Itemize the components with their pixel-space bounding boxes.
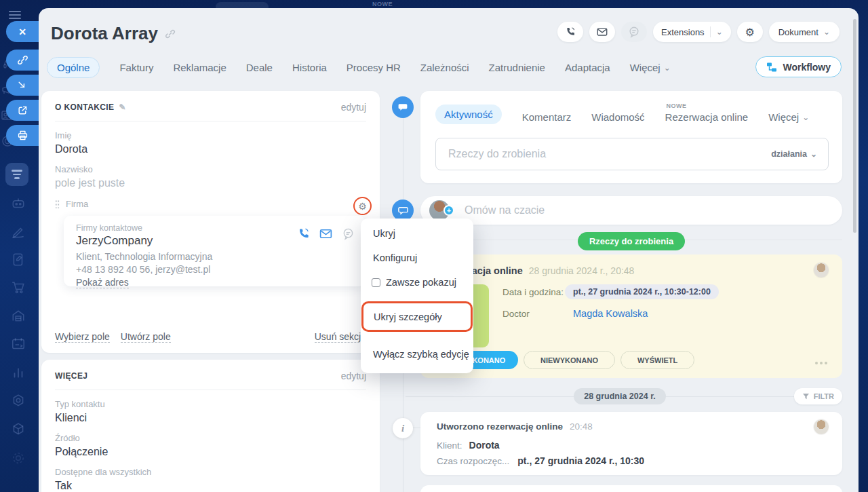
bot-icon[interactable] <box>11 195 26 210</box>
tab-historia[interactable]: Historia <box>292 62 327 73</box>
add-participant-button[interactable]: + <box>443 205 454 216</box>
stats-icon[interactable] <box>11 365 26 380</box>
activity-tab-wiadomosc[interactable]: Wiadomość <box>591 111 644 124</box>
settings-button[interactable]: ⚙ <box>737 22 763 42</box>
comment-stream-icon[interactable] <box>392 96 414 118</box>
tab-ogolne[interactable]: Ogólne <box>47 57 100 78</box>
workflows-button[interactable]: Workflowy <box>755 56 842 77</box>
left-sidebar: ✕ <box>0 0 39 492</box>
todo-input[interactable] <box>436 148 771 160</box>
drag-handle-icon[interactable] <box>55 200 60 208</box>
chat-input[interactable] <box>450 204 842 216</box>
catalog-icon[interactable] <box>11 422 26 437</box>
tab-adaptacja[interactable]: Adaptacja <box>565 62 610 73</box>
workflow-icon <box>766 62 777 73</box>
collapse-arrow-button[interactable] <box>6 75 39 96</box>
event-title: Utworzono rezerwację online <box>437 421 563 432</box>
schedule-icon[interactable] <box>11 337 26 352</box>
actions-dropdown[interactable]: działania ⌄ <box>771 149 828 159</box>
activity-tab-aktywnosc[interactable]: Aktywność <box>435 105 502 124</box>
filter-app-tile[interactable] <box>5 163 28 186</box>
field-value-contact-type[interactable]: Klienci <box>55 412 366 424</box>
field-value-lastname[interactable]: pole jest puste <box>55 177 366 189</box>
cart-icon[interactable] <box>11 280 26 295</box>
booking-card: Rezerwacja online 28 grudnia 2024 r., 20… <box>420 254 842 378</box>
activity-tab-komentarz[interactable]: Komentarz <box>522 111 572 124</box>
activity-tab-more[interactable]: Więcej ⌄ <box>768 111 809 124</box>
date-separator: 28 grudnia 2024 r. <box>574 388 666 404</box>
create-field-link[interactable]: Utwórz pole <box>121 331 171 343</box>
chat-button[interactable] <box>621 22 647 42</box>
hamburger-menu-icon[interactable] <box>9 11 21 21</box>
copy-link-button[interactable] <box>6 50 39 71</box>
menu-item-configure[interactable]: Konfiguruj <box>373 252 417 263</box>
extensions-button[interactable]: Extensions ⌄ <box>653 22 731 42</box>
tab-zaleznosci[interactable]: Zależności <box>420 62 469 73</box>
menu-item-hide-details-highlighted[interactable]: Ukryj szczegóły <box>361 301 473 332</box>
print-button[interactable] <box>6 125 39 146</box>
tab-deale[interactable]: Deale <box>246 62 273 73</box>
scrollbar[interactable] <box>853 19 856 233</box>
delete-section-link[interactable]: Usuń sekcję <box>315 331 366 343</box>
edit-section-link[interactable]: edytuj <box>341 102 366 113</box>
field-value-available[interactable]: Tak <box>55 480 366 492</box>
document-button[interactable]: Dokument ⌄ <box>769 22 840 42</box>
field-label-source: Źródło <box>55 433 366 443</box>
not-done-button[interactable]: NIEWYKONANO <box>524 351 615 369</box>
email-button[interactable] <box>589 22 615 42</box>
chat-icon[interactable] <box>342 227 355 240</box>
more-label: Więcej <box>630 62 660 73</box>
tab-faktury[interactable]: Faktury <box>119 62 153 73</box>
doctor-link[interactable]: Magda Kowalska <box>573 308 648 319</box>
field-label-contact-type: Typ kontaktu <box>55 399 366 409</box>
doctor-label: Doctor <box>502 309 565 319</box>
email-icon[interactable] <box>319 227 333 241</box>
link-icon <box>17 54 28 66</box>
field-value-source[interactable]: Połączenie <box>55 446 366 458</box>
menu-item-hide[interactable]: Ukryj <box>373 228 395 239</box>
tab-zatrudnienie[interactable]: Zatrudnienie <box>489 62 545 73</box>
datetime-label: Data i godzina: <box>502 287 565 297</box>
plus-icon: + <box>447 206 451 214</box>
filter-button[interactable]: FILTR <box>794 388 842 404</box>
client-label: Klient: <box>437 440 462 451</box>
open-external-button[interactable] <box>6 100 39 121</box>
avatar: + <box>429 200 450 221</box>
activity-tab-rezerwacja[interactable]: NOWE Rezerwacja online <box>665 111 749 124</box>
todo-badge[interactable]: Rzeczy do zrobienia <box>578 232 685 250</box>
select-field-link[interactable]: Wybierz pole <box>55 331 110 343</box>
automation-icon[interactable] <box>11 394 26 409</box>
company-card[interactable]: Firmy kontaktowe JerzyCompany Klient, Te… <box>64 216 366 286</box>
field-label-lastname: Nazwisko <box>55 164 366 174</box>
edit-section-link[interactable]: edytuj <box>341 371 366 381</box>
more-options-button[interactable] <box>815 362 827 364</box>
view-button[interactable]: WYŚWIETL <box>620 351 694 369</box>
funnel-icon <box>802 393 810 400</box>
chevron-down-icon: ⌄ <box>664 65 671 71</box>
company-details: Klient, Technologia Informacyjna <box>76 251 353 262</box>
warehouse-icon[interactable] <box>11 309 26 324</box>
start-time-value: pt., 27 grudnia 2024 r., 10:30 <box>517 455 644 466</box>
start-time-label: Czas rozpoczęc... <box>437 456 509 466</box>
close-slider-button[interactable]: ✕ <box>6 21 39 42</box>
printer-icon <box>17 130 28 141</box>
show-address-link[interactable]: Pokaż adres <box>76 277 129 288</box>
workflows-label: Workflowy <box>783 62 831 73</box>
document-edit-icon[interactable] <box>11 252 26 267</box>
tab-more[interactable]: Więcej ⌄ <box>630 62 671 73</box>
field-settings-gear-button[interactable]: ⚙ <box>353 197 372 215</box>
menu-item-always-show[interactable]: Zawsze pokazuj <box>372 277 456 288</box>
copy-link-icon[interactable] <box>165 29 176 39</box>
tab-procesy-hr[interactable]: Procesy HR <box>347 62 401 73</box>
checkbox[interactable] <box>372 278 380 287</box>
settings-icon[interactable] <box>11 451 26 466</box>
phone-icon[interactable] <box>297 227 310 240</box>
chevron-down-icon: ⌄ <box>823 29 830 35</box>
info-event-icon: i <box>393 418 413 438</box>
call-button[interactable] <box>557 22 583 42</box>
menu-item-disable-quick-edit[interactable]: Wyłącz szybką edycję <box>373 349 469 360</box>
sign-pen-icon[interactable] <box>11 225 26 240</box>
field-value-firstname[interactable]: Dorota <box>55 143 366 155</box>
tab-reklamacje[interactable]: Reklamacje <box>173 62 226 73</box>
pencil-icon[interactable]: ✎ <box>119 102 126 112</box>
